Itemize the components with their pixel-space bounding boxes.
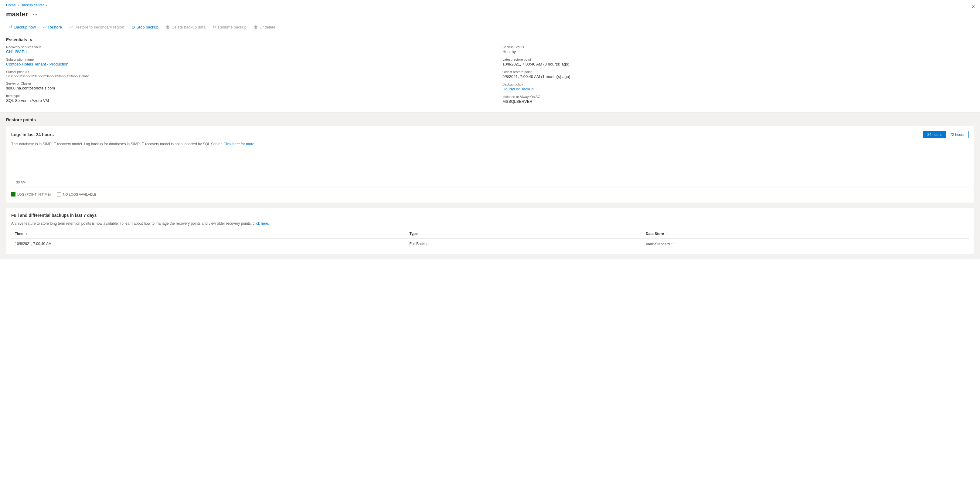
table-body: 10/8/2021, 7:00:40 AM Full Backup Vault-…: [11, 239, 969, 249]
backup-now-icon: ↺: [9, 25, 13, 29]
essentials-header[interactable]: Essentials ∧: [0, 34, 980, 45]
item-type-field: Item type SQL Server in Azure VM: [6, 94, 490, 103]
latest-restore-value: 10/8/2021, 7:00:40 AM (3 hour(s) ago): [503, 62, 974, 67]
full-differential-title: Full and differential backups in last 7 …: [11, 213, 969, 218]
oldest-restore-value: 9/8/2021, 7:00:40 AM (1 month(s) ago): [503, 74, 974, 79]
col-time: Time ↕: [11, 229, 406, 239]
backup-policy-value: HourlyLogBackup: [503, 87, 974, 91]
stop-backup-icon: ⊘: [132, 25, 135, 29]
chart-legend: LOG (POINT IN TIME) NO LOGS AVAILABLE: [11, 190, 969, 198]
restore-secondary-icon: ↩: [69, 25, 73, 29]
instance-label: Instance or AlwaysOn AG: [503, 95, 974, 98]
legend-no-logs-label: NO LOGS AVAILABLE: [63, 193, 96, 196]
backup-policy-field: Backup policy HourlyLogBackup: [503, 82, 974, 91]
restore-secondary-button[interactable]: ↩ Restore to secondary region: [66, 23, 127, 31]
subscription-id-field: Subscription ID 123abc-123abc-123abc-123…: [6, 70, 490, 78]
72h-toggle-button[interactable]: 72 hours: [946, 131, 969, 138]
breadcrumb-backup-center[interactable]: Backup center: [21, 3, 44, 7]
server-label: Server or Cluster: [6, 82, 490, 85]
subscription-name-label: Subscription name: [6, 58, 490, 61]
oldest-restore-label: Oldest restore point: [503, 70, 974, 74]
backup-policy-label: Backup policy: [503, 82, 974, 86]
backup-status-label: Backup Status: [503, 45, 974, 49]
restore-button[interactable]: ↩ Restore: [40, 23, 65, 31]
item-type-value: SQL Server in Azure VM: [6, 98, 490, 103]
col-type: Type: [406, 229, 642, 239]
subscription-id-label: Subscription ID: [6, 70, 490, 74]
table-row: 10/8/2021, 7:00:40 AM Full Backup Vault-…: [11, 239, 969, 249]
delete-backup-data-button[interactable]: 🗑 Delete backup data: [163, 23, 208, 31]
subscription-name-link[interactable]: Contoso Hotels Tenant - Production: [6, 62, 68, 67]
time-toggle: 24 hours 72 hours: [923, 131, 969, 138]
recovery-vault-field: Recovery services vault CH1-RV-Pri: [6, 45, 490, 54]
latest-restore-field: Latest restore point 10/8/2021, 7:00:40 …: [503, 58, 974, 67]
server-value: sql00.na.contosohotels.com: [6, 86, 490, 90]
instance-field: Instance or AlwaysOn AG MSSQLSERVER: [503, 95, 974, 104]
close-button[interactable]: ×: [972, 4, 975, 10]
row-data-store: Vault-Standard ···: [642, 239, 969, 249]
24h-toggle-button[interactable]: 24 hours: [923, 131, 946, 138]
breadcrumb-sep2: ›: [46, 3, 47, 7]
col-data-store: Data Store ↕: [642, 229, 969, 239]
backup-now-button[interactable]: ↺ Backup now: [6, 23, 39, 31]
archive-notice: Archive feature to store long term reten…: [11, 221, 969, 226]
legend-log: LOG (POINT IN TIME): [11, 192, 51, 197]
instance-value: MSSQLSERVER: [503, 99, 974, 104]
legend-log-box: [11, 192, 16, 197]
essentials-grid: Recovery services vault CH1-RV-Pri Subsc…: [0, 45, 980, 113]
row-more-button[interactable]: ···: [671, 241, 675, 247]
full-differential-card: Full and differential backups in last 7 …: [6, 208, 974, 254]
time-sort-icon[interactable]: ↕: [25, 232, 27, 236]
undelete-icon: 🗑: [254, 25, 258, 29]
delete-icon: 🗑: [166, 25, 170, 29]
essentials-chevron: ∧: [29, 38, 32, 42]
archive-link[interactable]: click here.: [253, 221, 269, 226]
info-text: This database is in SIMPLE recovery mode…: [11, 142, 969, 146]
row-type: Full Backup: [406, 239, 642, 249]
essentials-right: Backup Status Healthy Latest restore poi…: [490, 45, 974, 107]
stop-backup-button[interactable]: ⊘ Stop backup: [129, 23, 162, 31]
chart-time-label: 30 AM: [16, 181, 25, 184]
info-link[interactable]: Click here for more: [223, 142, 254, 146]
latest-restore-label: Latest restore point: [503, 58, 974, 61]
page-title: master: [6, 10, 28, 18]
breadcrumb-sep1: ›: [18, 3, 19, 7]
legend-log-label: LOG (POINT IN TIME): [17, 193, 51, 196]
server-field: Server or Cluster sql00.na.contosohotels…: [6, 82, 490, 90]
oldest-restore-field: Oldest restore point 9/8/2021, 7:00:40 A…: [503, 70, 974, 79]
backup-policy-link[interactable]: HourlyLogBackup: [503, 87, 534, 91]
restore-points-title: Restore points: [6, 117, 974, 122]
legend-no-logs-box: [57, 192, 61, 197]
item-type-label: Item type: [6, 94, 490, 98]
essentials-left: Recovery services vault CH1-RV-Pri Subsc…: [6, 45, 490, 107]
resume-backup-button[interactable]: ↻ Resume backup: [210, 23, 250, 31]
card-header: Logs in last 24 hours 24 hours 72 hours: [11, 131, 969, 138]
row-time: 10/8/2021, 7:00:40 AM: [11, 239, 406, 249]
backup-status-value: Healthy: [503, 49, 974, 54]
breadcrumb-home[interactable]: Home: [6, 3, 16, 7]
undelete-button[interactable]: 🗑 Undelete: [251, 23, 278, 31]
restore-points-section: Restore points Logs in last 24 hours 24 …: [0, 113, 980, 259]
full-differential-section: Full and differential backups in last 7 …: [6, 208, 974, 254]
breadcrumb: Home › Backup center ›: [0, 0, 980, 9]
legend-no-logs: NO LOGS AVAILABLE: [57, 192, 96, 197]
restore-icon: ↩: [43, 25, 47, 29]
datastore-sort-icon[interactable]: ↕: [666, 232, 668, 236]
more-options-button[interactable]: ···: [31, 11, 39, 18]
chart-area: 30 AM: [11, 151, 969, 187]
backup-table: Time ↕ Type Data Store ↕: [11, 229, 969, 249]
table-header: Time ↕ Type Data Store ↕: [11, 229, 969, 239]
subscription-id-value: 123abc-123abc-123abc-123abc-123abc-123ab…: [6, 74, 490, 78]
toolbar: ↺ Backup now ↩ Restore ↩ Restore to seco…: [0, 21, 980, 34]
backup-status-field: Backup Status Healthy: [503, 45, 974, 54]
resume-icon: ↻: [213, 25, 216, 29]
recovery-vault-value: CH1-RV-Pri: [6, 49, 490, 54]
title-bar: master ··· ×: [0, 9, 980, 21]
subscription-name-value: Contoso Hotels Tenant - Production: [6, 62, 490, 67]
card-title: Logs in last 24 hours: [11, 132, 54, 137]
subscription-name-field: Subscription name Contoso Hotels Tenant …: [6, 58, 490, 67]
recovery-vault-link[interactable]: CH1-RV-Pri: [6, 49, 27, 54]
restore-card: Logs in last 24 hours 24 hours 72 hours …: [6, 126, 974, 203]
essentials-label: Essentials: [6, 37, 27, 42]
recovery-vault-label: Recovery services vault: [6, 45, 490, 49]
